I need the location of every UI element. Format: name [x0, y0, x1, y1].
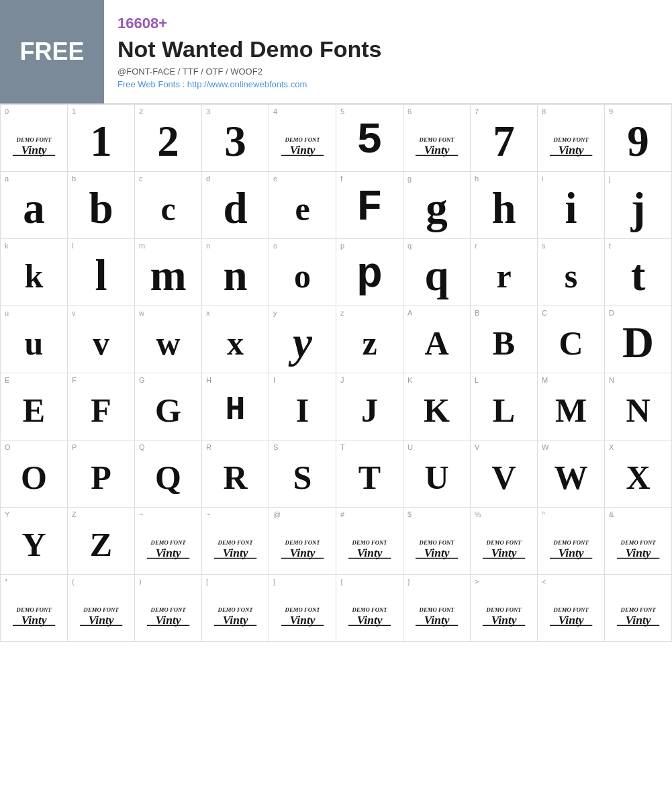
glyph-label: m	[139, 242, 145, 250]
svg-text:Vinty: Vinty	[559, 546, 584, 559]
glyph-grid: 0 DEMO FONT Vinty 1122334 DEMO FONT Vint…	[0, 104, 672, 642]
glyph-logo: DEMO FONT Vinty	[7, 119, 60, 165]
glyph-character: N	[626, 393, 650, 427]
svg-text:DEMO FONT: DEMO FONT	[16, 136, 52, 143]
glyph-label: J	[340, 376, 344, 384]
glyph-cell: [ DEMO FONT Vinty	[202, 575, 269, 642]
glyph-label: i	[542, 175, 543, 183]
glyph-character: 2	[157, 120, 179, 163]
svg-text:DEMO FONT: DEMO FONT	[218, 539, 254, 546]
glyph-logo: DEMO FONT Vinty	[410, 522, 463, 568]
svg-text:DEMO FONT: DEMO FONT	[419, 136, 455, 143]
glyph-label: F	[72, 376, 77, 384]
glyph-cell: FF	[68, 373, 135, 440]
glyph-character: W	[555, 461, 588, 494]
glyph-label: w	[139, 309, 144, 317]
svg-text:Vinty: Vinty	[491, 613, 517, 626]
glyph-logo: DEMO FONT Vinty	[142, 589, 195, 635]
glyph-character: K	[424, 393, 450, 427]
glyph-label: ~	[206, 510, 210, 518]
glyph-label: E	[5, 376, 9, 384]
glyph-cell: # DEMO FONT Vinty	[336, 508, 403, 575]
glyph-label: ^	[542, 510, 545, 518]
svg-text:Vinty: Vinty	[357, 546, 383, 559]
glyph-character: t	[631, 254, 646, 297]
glyph-cell: @ DEMO FONT Vinty	[269, 508, 336, 575]
glyph-label: $	[407, 510, 412, 518]
svg-text:DEMO FONT: DEMO FONT	[352, 606, 388, 613]
glyph-cell: PP	[68, 440, 135, 508]
glyph-character: 7	[493, 120, 515, 163]
glyph-cell: OO	[1, 440, 68, 508]
glyph-character: T	[358, 461, 381, 494]
glyph-character: b	[89, 187, 113, 230]
glyph-label: b	[72, 175, 76, 183]
glyph-label: 2	[139, 107, 143, 115]
glyph-label: [	[206, 577, 208, 586]
glyph-cell: BB	[471, 306, 538, 373]
glyph-logo: DEMO FONT Vinty	[209, 589, 262, 635]
glyph-cell: nn	[202, 239, 269, 306]
glyph-character: F	[91, 393, 111, 427]
svg-text:DEMO FONT: DEMO FONT	[285, 606, 321, 613]
glyph-cell: QQ	[135, 440, 202, 508]
glyph-character: m	[150, 254, 186, 297]
glyph-character: u	[25, 326, 44, 360]
glyph-cell: 99	[605, 105, 672, 172]
glyph-label: O	[5, 443, 11, 451]
glyph-character: H	[225, 393, 245, 427]
glyph-label: H	[206, 376, 211, 384]
svg-text:Vinty: Vinty	[21, 613, 47, 626]
glyph-character: V	[491, 461, 516, 494]
glyph-label: %	[475, 510, 481, 518]
glyph-cell: HH	[202, 373, 269, 440]
glyph-cell: & DEMO FONT Vinty	[605, 508, 672, 575]
glyph-cell: DD	[605, 306, 672, 373]
glyph-character: v	[93, 326, 109, 360]
glyph-cell: 6 DEMO FONT Vinty	[403, 105, 471, 172]
glyph-label: X	[609, 443, 614, 451]
glyph-logo: DEMO FONT Vinty	[410, 119, 463, 165]
svg-text:Vinty: Vinty	[424, 143, 450, 156]
svg-text:DEMO FONT: DEMO FONT	[150, 539, 187, 546]
glyph-character: 3	[224, 120, 246, 163]
glyph-character: q	[424, 254, 448, 297]
glyph-character: 1	[90, 120, 112, 163]
glyph-cell: YY	[1, 508, 68, 575]
svg-text:DEMO FONT: DEMO FONT	[620, 606, 657, 613]
glyph-cell: WW	[538, 440, 605, 508]
glyph-label: d	[206, 175, 210, 183]
glyph-cell: ~ DEMO FONT Vinty	[202, 508, 269, 575]
glyph-character: y	[293, 321, 312, 365]
glyph-cell: XX	[605, 440, 672, 508]
glyph-cell: JJ	[336, 373, 403, 440]
glyph-label: o	[273, 242, 277, 250]
glyph-logo: DEMO FONT Vinty	[209, 522, 262, 568]
glyph-logo: DEMO FONT Vinty	[612, 522, 665, 568]
glyph-label: A	[407, 309, 412, 317]
glyph-cell: ww	[135, 306, 202, 373]
glyph-cell: TT	[336, 440, 403, 508]
glyph-cell: ) DEMO FONT Vinty	[135, 575, 202, 642]
glyph-cell: ZZ	[68, 508, 135, 575]
glyph-cell: NN	[605, 373, 672, 440]
glyph-cell: ss	[538, 239, 605, 306]
svg-text:DEMO FONT: DEMO FONT	[553, 606, 589, 613]
glyph-character: 9	[627, 120, 649, 163]
glyph-label: 8	[542, 107, 546, 115]
svg-text:DEMO FONT: DEMO FONT	[486, 606, 522, 613]
glyph-character: C	[559, 326, 583, 360]
glyph-label: j	[609, 175, 610, 183]
svg-text:Vinty: Vinty	[424, 613, 450, 626]
glyph-cell: vv	[68, 306, 135, 373]
svg-text:DEMO FONT: DEMO FONT	[352, 539, 388, 546]
glyph-character: x	[227, 326, 244, 360]
svg-text:DEMO FONT: DEMO FONT	[285, 136, 321, 143]
font-link[interactable]: Free Web Fonts : http://www.onlinewebfon…	[117, 79, 382, 89]
glyph-cell: 77	[471, 105, 538, 172]
glyph-label: 5	[340, 107, 344, 115]
glyph-cell: ll	[68, 239, 135, 306]
glyph-cell: 33	[202, 105, 269, 172]
glyph-character: G	[155, 393, 181, 427]
svg-text:DEMO FONT: DEMO FONT	[553, 136, 589, 143]
